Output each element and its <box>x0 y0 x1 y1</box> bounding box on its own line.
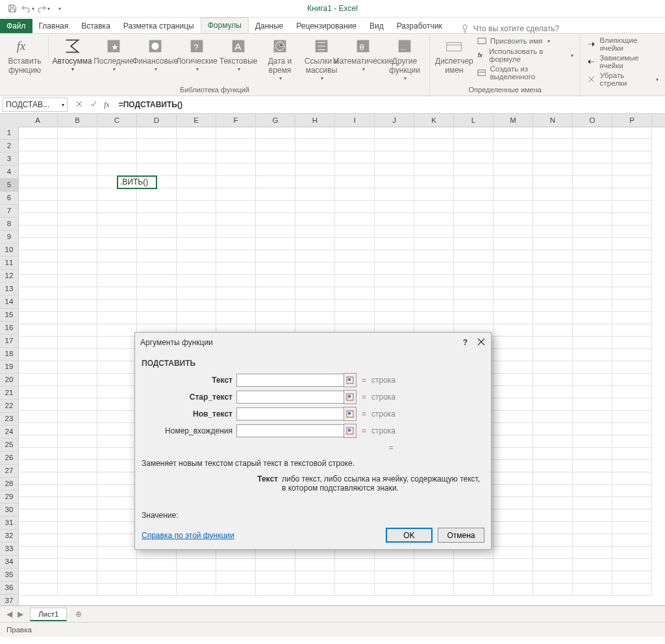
tab-developer[interactable]: Разработчик <box>390 19 449 33</box>
col-header[interactable]: G <box>256 114 295 127</box>
tab-review[interactable]: Рецензирование <box>290 19 363 33</box>
row-header[interactable]: 14 <box>0 296 18 309</box>
row-header[interactable]: 28 <box>0 478 18 491</box>
row-header[interactable]: 32 <box>0 530 18 543</box>
row-header[interactable]: 25 <box>0 439 18 452</box>
add-sheet-button[interactable]: ⊕ <box>72 608 85 621</box>
trace-dependents-button[interactable]: Зависимые ячейки <box>587 54 659 70</box>
row-header[interactable]: 6 <box>0 192 18 205</box>
range-selector-icon[interactable] <box>344 424 357 438</box>
recently-used-button[interactable]: ★Последние▾ <box>93 35 134 72</box>
row-header[interactable]: 18 <box>0 348 18 361</box>
tab-page-layout[interactable]: Разметка страницы <box>117 19 201 33</box>
row-header[interactable]: 21 <box>0 387 18 400</box>
row-header[interactable]: 33 <box>0 543 18 556</box>
arg-input-0[interactable] <box>236 374 344 387</box>
row-header[interactable]: 12 <box>0 270 18 283</box>
row-header[interactable]: 3 <box>0 153 18 166</box>
row-header[interactable]: 30 <box>0 504 18 517</box>
tab-formulas[interactable]: Формулы <box>201 18 249 33</box>
datetime-button[interactable]: Дата и время▾ <box>259 35 301 81</box>
arg-input-3[interactable] <box>236 424 344 437</box>
row-header[interactable]: 19 <box>0 361 18 374</box>
row-header[interactable]: 24 <box>0 426 18 439</box>
cancel-formula-icon[interactable] <box>75 100 83 110</box>
col-header[interactable]: L <box>454 114 494 127</box>
redo-icon[interactable]: ▾ <box>36 1 51 16</box>
row-header[interactable]: 20 <box>0 374 18 387</box>
tab-data[interactable]: Данные <box>249 19 290 33</box>
undo-icon[interactable]: ▾ <box>21 1 35 16</box>
row-header[interactable]: 16 <box>0 322 18 335</box>
row-header[interactable]: 5 <box>0 179 18 192</box>
row-header[interactable]: 9 <box>0 231 18 244</box>
dialog-help-icon[interactable]: ? <box>463 338 468 347</box>
tab-insert[interactable]: Вставка <box>75 19 117 33</box>
row-header[interactable]: 37 <box>0 595 18 606</box>
row-headers[interactable]: 1234567891011121314151617181920212223242… <box>0 127 19 606</box>
define-name-button[interactable]: Присвоить имя▾ <box>477 36 574 45</box>
row-header[interactable]: 35 <box>0 569 18 582</box>
col-header[interactable]: B <box>58 114 97 127</box>
col-header[interactable]: J <box>375 114 414 127</box>
row-header[interactable]: 27 <box>0 465 18 478</box>
formula-input[interactable]: =ПОДСТАВИТЬ() <box>115 100 665 109</box>
dialog-cancel-button[interactable]: Отмена <box>438 528 484 543</box>
row-header[interactable]: 13 <box>0 283 18 296</box>
row-header[interactable]: 8 <box>0 218 18 231</box>
row-header[interactable]: 7 <box>0 205 18 218</box>
tab-home[interactable]: Главная <box>32 19 75 33</box>
row-header[interactable]: 34 <box>0 556 18 569</box>
arg-input-1[interactable] <box>236 391 344 404</box>
col-header[interactable]: O <box>573 114 612 127</box>
name-manager-button[interactable]: Диспетчер имен <box>434 35 475 75</box>
tab-file[interactable]: Файл <box>0 19 32 33</box>
col-header[interactable]: H <box>295 114 335 127</box>
column-headers[interactable]: ABCDEFGHIJKLMNOP <box>18 114 665 127</box>
dialog-close-icon[interactable] <box>477 337 486 348</box>
row-header[interactable]: 17 <box>0 335 18 348</box>
row-header[interactable]: 2 <box>0 140 18 153</box>
financial-button[interactable]: Финансовые▾ <box>134 35 176 72</box>
col-header[interactable]: C <box>97 114 137 127</box>
col-header[interactable]: E <box>177 114 216 127</box>
row-header[interactable]: 10 <box>0 244 18 257</box>
row-header[interactable]: 1 <box>0 127 18 140</box>
row-header[interactable]: 15 <box>0 309 18 322</box>
range-selector-icon[interactable] <box>344 373 357 387</box>
math-button[interactable]: θМатематические▾ <box>342 35 384 72</box>
col-header[interactable]: D <box>137 114 177 127</box>
save-icon[interactable] <box>5 1 19 16</box>
col-header[interactable]: M <box>494 114 533 127</box>
name-box[interactable]: ПОДСТАВ...▾ <box>3 97 68 112</box>
fx-icon[interactable]: fx <box>104 100 110 110</box>
more-functions-button[interactable]: ...Другие функции▾ <box>384 35 425 81</box>
range-selector-icon[interactable] <box>344 407 357 421</box>
col-header[interactable]: K <box>414 114 454 127</box>
col-header[interactable]: A <box>18 114 58 127</box>
dialog-titlebar[interactable]: Аргументы функции ? <box>135 333 491 352</box>
use-in-formula-button[interactable]: fxИспользовать в формуле▾ <box>477 47 574 63</box>
row-header[interactable]: 26 <box>0 452 18 465</box>
row-header[interactable]: 29 <box>0 491 18 504</box>
arg-input-2[interactable] <box>236 407 344 420</box>
col-header[interactable]: I <box>335 114 375 127</box>
enter-formula-icon[interactable] <box>90 100 97 110</box>
trace-precedents-button[interactable]: Влияющие ячейки <box>587 36 659 52</box>
select-all-corner[interactable] <box>0 114 19 127</box>
dialog-help-link[interactable]: Справка по этой функции <box>142 531 234 540</box>
spreadsheet-grid[interactable]: ABCDEFGHIJKLMNOP 12345678910111213141516… <box>0 114 665 606</box>
autosum-button[interactable]: Автосумма▾ <box>51 35 93 72</box>
row-header[interactable]: 31 <box>0 517 18 530</box>
row-header[interactable]: 11 <box>0 257 18 270</box>
range-selector-icon[interactable] <box>344 390 357 404</box>
sheet-nav-next-icon[interactable]: ▶ <box>18 610 23 619</box>
sheet-tab-1[interactable]: Лист1 <box>30 608 67 621</box>
col-header[interactable]: P <box>612 114 652 127</box>
sheet-nav-prev-icon[interactable]: ◀ <box>6 610 12 619</box>
qat-customize-icon[interactable]: ▾ <box>52 1 66 16</box>
row-header[interactable]: 4 <box>0 166 18 179</box>
col-header[interactable]: F <box>216 114 256 127</box>
create-from-selection-button[interactable]: Создать из выделенного <box>477 65 574 81</box>
row-header[interactable]: 22 <box>0 400 18 413</box>
